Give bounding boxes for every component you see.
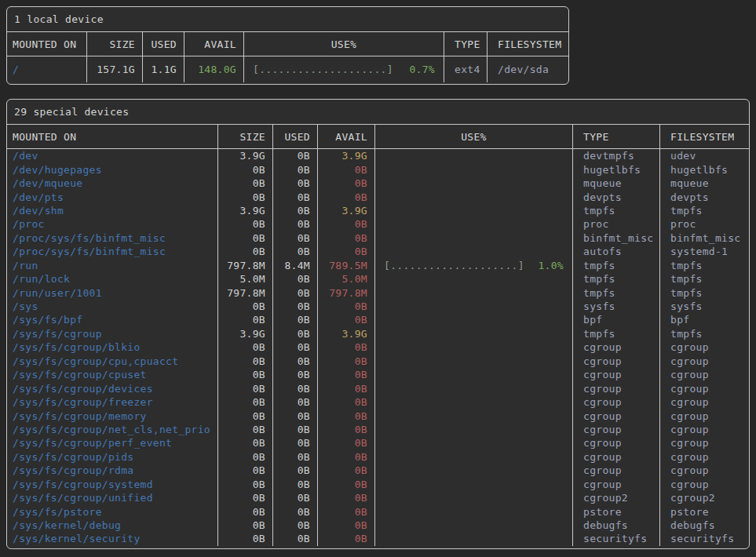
- table-row: /dev/shm3.9G0B3.9Gtmpfstmpfs: [7, 204, 749, 217]
- use-percent-cell: [374, 355, 572, 368]
- type-cell: cgroup: [572, 464, 659, 477]
- mounted-on-cell: /sys/fs/cgroup/pids: [7, 450, 217, 464]
- type-cell: cgroup: [572, 395, 659, 409]
- filesystem-cell: cgroup: [659, 395, 749, 409]
- size-cell: 0B: [217, 395, 272, 409]
- type-cell: cgroup: [572, 368, 659, 381]
- table-row: /sys/fs/cgroup/rdma0B0B0Bcgroupcgroup: [7, 464, 749, 477]
- size-cell: 0B: [217, 313, 272, 326]
- table-row: /sys/fs/cgroup/pids0B0B0Bcgroupcgroup: [7, 450, 749, 464]
- filesystem-cell: mqueue: [659, 177, 749, 190]
- used-cell: 0B: [272, 381, 317, 395]
- mounted-on-cell: /sys/fs/cgroup/memory: [7, 409, 217, 422]
- column-header-type: TYPE: [572, 125, 659, 148]
- mounted-on-cell: /: [7, 56, 86, 82]
- use-percent-cell: [374, 162, 572, 176]
- column-header-type: TYPE: [444, 32, 487, 56]
- avail-cell: 0B: [317, 381, 374, 395]
- size-cell: 0B: [217, 450, 272, 464]
- use-percent-cell: [374, 464, 572, 477]
- mounted-on-cell: /dev/mqueue: [7, 177, 217, 190]
- avail-cell: 3.9G: [317, 327, 374, 340]
- table-row: /sys/fs/pstore0B0B0Bpstorepstore: [7, 504, 749, 518]
- filesystem-cell: debugfs: [659, 519, 749, 532]
- used-cell: 0B: [272, 355, 317, 368]
- size-cell: 0B: [217, 423, 272, 436]
- table-row: /sys/fs/bpf0B0B0Bbpfbpf: [7, 313, 749, 326]
- usage-percent: 0.7%: [409, 64, 435, 75]
- type-cell: tmpfs: [572, 272, 659, 286]
- filesystem-cell: tmpfs: [659, 272, 749, 286]
- size-cell: 0B: [217, 491, 272, 504]
- usage-bar: [....................]: [253, 64, 393, 75]
- table-row: /sys/fs/cgroup/cpu,cpuacct0B0B0Bcgroupcg…: [7, 355, 749, 368]
- filesystem-cell: binfmt_misc: [659, 231, 749, 245]
- use-percent-cell: [374, 204, 572, 217]
- avail-cell: 0B: [317, 190, 374, 203]
- column-header-avail: AVAIL: [317, 125, 374, 148]
- filesystem-cell: tmpfs: [659, 259, 749, 272]
- mounted-on-cell: /run/lock: [7, 272, 217, 286]
- filesystem-cell: hugetlbfs: [659, 162, 749, 176]
- filesystem-cell: cgroup: [659, 368, 749, 381]
- table-row: /sys/fs/cgroup/blkio0B0B0Bcgroupcgroup: [7, 340, 749, 354]
- use-percent-cell: [374, 450, 572, 464]
- used-cell: 0B: [272, 327, 317, 340]
- table-row: /sys/fs/cgroup/freezer0B0B0Bcgroupcgroup: [7, 395, 749, 409]
- mounted-on-cell: /proc: [7, 217, 217, 231]
- used-cell: 0B: [272, 423, 317, 436]
- filesystem-cell: cgroup: [659, 450, 749, 464]
- use-percent-cell: [374, 395, 572, 409]
- avail-cell: 0B: [317, 423, 374, 436]
- size-cell: 0B: [217, 478, 272, 491]
- used-cell: 0B: [272, 177, 317, 190]
- use-percent-cell: [374, 423, 572, 436]
- type-cell: debugfs: [572, 519, 659, 532]
- column-header-filesystem: FILESYSTEM: [487, 32, 568, 56]
- mounted-on-cell: /sys/kernel/debug: [7, 519, 217, 532]
- size-cell: 0B: [217, 436, 272, 450]
- used-cell: 0B: [272, 368, 317, 381]
- use-percent-cell: [374, 231, 572, 245]
- column-header-avail: AVAIL: [184, 32, 243, 56]
- table-row: /sys/fs/cgroup/memory0B0B0Bcgroupcgroup: [7, 409, 749, 422]
- filesystem-cell: cgroup2: [659, 491, 749, 504]
- use-percent-cell: [374, 300, 572, 313]
- table-row: /sys/fs/cgroup/cpuset0B0B0Bcgroupcgroup: [7, 368, 749, 381]
- used-cell: 0B: [272, 217, 317, 231]
- type-cell: cgroup: [572, 355, 659, 368]
- table-row: /proc0B0B0Bprocproc: [7, 217, 749, 231]
- filesystem-cell: cgroup: [659, 436, 749, 450]
- mounted-on-cell: /proc/sys/fs/binfmt_misc: [7, 245, 217, 258]
- use-percent-cell: [374, 491, 572, 504]
- use-percent-cell: [374, 286, 572, 299]
- avail-cell: 0B: [317, 231, 374, 245]
- avail-cell: 0B: [317, 491, 374, 504]
- filesystem-cell: cgroup: [659, 464, 749, 477]
- size-cell: 0B: [217, 217, 272, 231]
- type-cell: cgroup: [572, 478, 659, 491]
- type-cell: autofs: [572, 245, 659, 258]
- table-row: /sys/fs/cgroup3.9G0B3.9Gtmpfstmpfs: [7, 327, 749, 340]
- size-cell: 797.8M: [217, 286, 272, 299]
- mounted-on-cell: /sys/fs/cgroup/blkio: [7, 340, 217, 354]
- filesystem-cell: tmpfs: [659, 286, 749, 299]
- type-cell: cgroup: [572, 436, 659, 450]
- table-row: /run/lock5.0M0B5.0Mtmpfstmpfs: [7, 272, 749, 286]
- use-percent-cell: [....................]1.0%: [374, 259, 572, 272]
- avail-cell: 0B: [317, 464, 374, 477]
- mounted-on-cell: /sys/fs/cgroup/rdma: [7, 464, 217, 477]
- used-cell: 0B: [272, 519, 317, 532]
- used-cell: 0B: [272, 464, 317, 477]
- table-row: /sys/fs/cgroup/devices0B0B0Bcgroupcgroup: [7, 381, 749, 395]
- mounted-on-cell: /sys/fs/cgroup/systemd: [7, 478, 217, 491]
- used-cell: 0B: [272, 478, 317, 491]
- type-cell: cgroup2: [572, 491, 659, 504]
- type-cell: ext4: [444, 56, 487, 82]
- column-header-use-pct: USE%: [243, 32, 444, 56]
- size-cell: 0B: [217, 409, 272, 422]
- size-cell: 0B: [217, 162, 272, 176]
- table-row: /dev/hugepages0B0B0Bhugetlbfshugetlbfs: [7, 162, 749, 176]
- used-cell: 0B: [272, 532, 317, 545]
- type-cell: proc: [572, 217, 659, 231]
